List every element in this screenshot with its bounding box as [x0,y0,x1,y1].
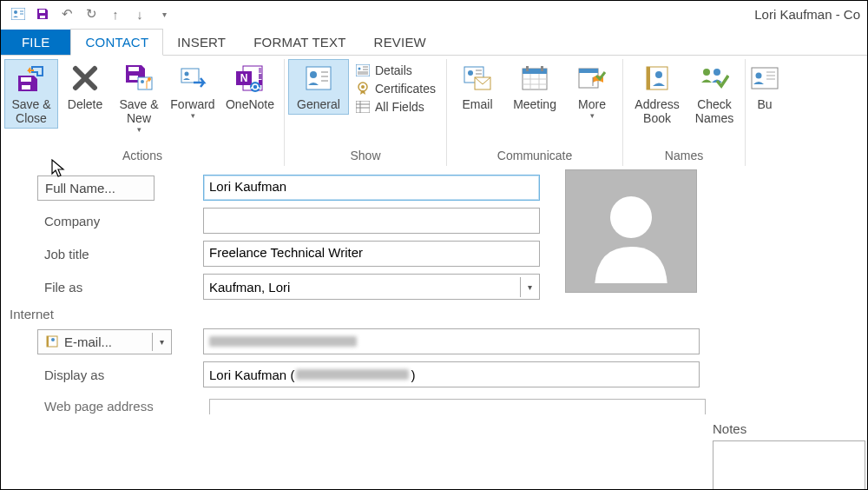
svg-text:N: N [240,72,248,84]
tab-contact[interactable]: CONTACT [70,29,163,56]
details-icon [356,63,370,77]
redo-icon[interactable]: ↻ [84,7,98,21]
svg-rect-65 [47,336,49,347]
svg-point-1 [14,10,17,14]
svg-rect-46 [526,66,529,71]
address-book-button[interactable]: Address Book [627,59,687,129]
check-names-icon [699,63,730,94]
delete-icon [69,63,101,94]
meeting-label: Meeting [513,97,556,111]
notes-textarea[interactable] [713,440,865,490]
group-show: General Details Certificates [285,59,447,166]
tab-file[interactable]: FILE [1,30,70,55]
email-button[interactable]: Email [450,59,504,115]
details-button[interactable]: Details [354,63,437,78]
email-icon [462,63,493,94]
general-button[interactable]: General [288,59,349,115]
delete-label: Delete [68,97,102,111]
display-as-value-suffix: ) [411,368,415,382]
svg-point-56 [655,71,662,78]
group-names: Address Book Check Names Names [623,59,746,166]
save-icon[interactable] [36,7,49,21]
email-label: Email [463,97,493,111]
up-arrow-icon[interactable]: ↑ [108,7,122,21]
ribbon-tabs: FILE CONTACT INSERT FORMAT TEXT REVIEW [1,27,867,55]
certificates-button[interactable]: Certificates [354,81,437,96]
notes-label: Notes [713,421,746,436]
delete-button[interactable]: Delete [58,59,112,115]
svg-rect-13 [181,69,199,83]
job-title-input[interactable]: Freelance Technical Writer [203,241,540,267]
display-as-label: Display as [37,363,155,387]
redacted-display-email [296,369,409,380]
save-close-label: Save & Close [6,97,56,125]
job-title-value: Freelance Technical Writer [209,245,363,260]
onenote-button[interactable]: N OneNote [220,59,280,115]
save-new-label: Save & New [114,97,164,125]
down-arrow-icon[interactable]: ↓ [133,7,147,21]
contact-photo[interactable] [565,169,697,293]
forward-label: Forward [170,97,214,111]
customize-qat-icon[interactable]: ▾ [157,7,171,21]
svg-point-60 [756,73,762,79]
company-label: Company [37,209,155,233]
save-close-icon [16,63,47,94]
meeting-button[interactable]: Meeting [504,59,565,115]
save-new-icon [123,63,155,94]
email-type-button[interactable]: E-mail... ▾ [37,329,172,354]
more-button[interactable]: More ▾ [565,59,619,123]
chevron-down-icon: ▾ [590,111,595,120]
business-card-button[interactable]: Bu [749,59,780,115]
certificates-icon [356,82,370,96]
forward-icon [177,63,208,94]
save-and-close-button[interactable]: Save & Close [4,59,58,129]
group-names-label: Names [627,147,741,166]
meeting-icon [519,63,550,94]
contact-card-icon[interactable] [11,7,25,21]
onenote-label: OneNote [226,97,274,111]
svg-point-66 [51,338,55,341]
internet-section-label: Internet [10,307,867,321]
svg-point-28 [358,68,361,70]
group-communicate-label: Communicate [450,147,619,166]
all-fields-icon [356,100,370,114]
display-as-input[interactable]: Lori Kaufman ( ) [203,361,700,387]
svg-rect-4 [39,10,45,13]
svg-rect-27 [356,64,370,76]
svg-rect-7 [22,85,30,89]
chevron-down-icon: ▾ [137,125,141,134]
full-name-button[interactable]: Full Name... [37,175,155,201]
file-as-label: File as [37,275,155,299]
ribbon: Save & Close Delete Save & New ▾ Forwar [1,55,867,166]
svg-rect-8 [128,67,139,71]
all-fields-button[interactable]: All Fields [354,99,437,115]
svg-rect-22 [306,67,331,89]
svg-point-57 [703,69,710,76]
onenote-icon: N [234,63,266,94]
address-book-small-icon [45,335,59,348]
quick-access-toolbar: ↶ ↻ ↑ ↓ ▾ [4,7,171,21]
check-names-button[interactable]: Check Names [687,59,741,129]
bu-label: Bu [757,97,772,111]
email-input[interactable] [203,328,700,354]
tab-review[interactable]: REVIEW [360,30,440,55]
undo-icon[interactable]: ↶ [60,7,74,21]
svg-rect-5 [40,16,45,18]
full-name-input[interactable]: Lori Kaufman [203,175,540,201]
group-show-label: Show [288,147,443,166]
chevron-down-icon[interactable]: ▾ [152,333,171,351]
company-input[interactable] [203,208,540,234]
tab-format-text[interactable]: FORMAT TEXT [240,30,359,55]
forward-button[interactable]: Forward ▾ [166,59,220,123]
group-communicate: Email Meeting More ▾ Communicate [447,59,623,166]
chevron-down-icon[interactable]: ▾ [520,277,539,297]
web-page-input[interactable] [209,399,706,414]
check-names-label: Check Names [689,97,740,125]
svg-point-34 [361,85,365,89]
tab-insert[interactable]: INSERT [163,30,240,55]
file-as-combo[interactable]: Kaufman, Lori ▾ [203,274,540,300]
svg-rect-59 [752,68,778,89]
svg-point-58 [713,69,720,76]
svg-point-21 [250,82,260,92]
save-and-new-button[interactable]: Save & New ▾ [112,59,166,138]
